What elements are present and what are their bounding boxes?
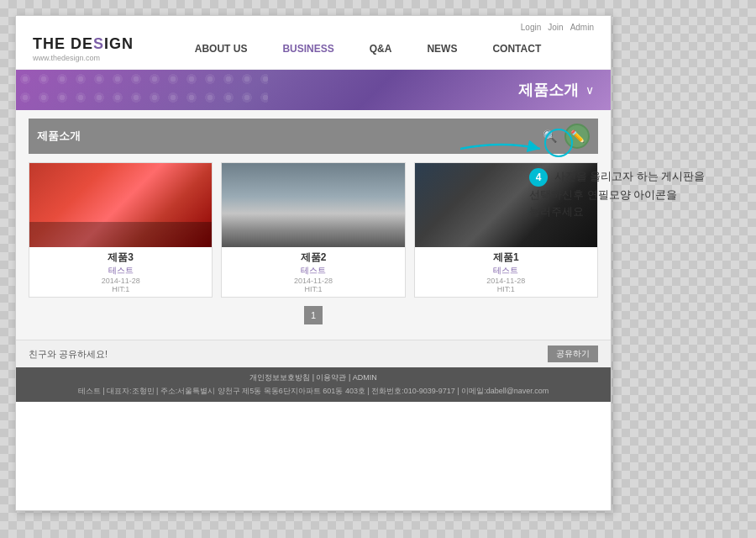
nav-news[interactable]: NEWS <box>422 40 462 58</box>
product-info-2: 제품2 테스트 2014-11-28 HIT:1 <box>222 247 404 297</box>
banner-arrow: ∨ <box>585 83 594 97</box>
product-name-2: 제품2 <box>227 251 399 265</box>
nav-about[interactable]: ABOUT US <box>190 40 253 58</box>
product-info-1: 제품1 테스트 2014-11-28 HIT:1 <box>415 247 597 297</box>
browser-window: Login Join Admin THE DESIGN www.thedesig… <box>15 15 612 511</box>
login-link[interactable]: Login <box>521 23 541 32</box>
search-bar-label: 제품소개 <box>37 129 81 144</box>
nav-business[interactable]: BUSINESS <box>277 40 339 58</box>
social-bar: 친구와 공유하세요! 공유하기 <box>16 340 611 367</box>
search-bar: 제품소개 🔍 ✏️ <box>29 119 598 154</box>
pagination: 1 <box>29 306 598 324</box>
content-area: 제품소개 🔍 ✏️ 제품3 테스트 2014-11-28 HIT:1 <box>16 110 611 340</box>
footer-links: 개인정보보호방침 | 이용약관 | ADMIN <box>33 372 594 383</box>
product-desc-1: 테스트 <box>420 265 592 277</box>
car-image-black <box>415 163 597 247</box>
site-logo: THE DESIGN www.thedesign.com <box>33 35 142 62</box>
banner: 제품소개 ∨ <box>16 70 611 110</box>
edit-icon-button[interactable]: ✏️ <box>564 124 590 149</box>
search-icon-button[interactable]: 🔍 <box>539 126 559 146</box>
banner-title: 제품소개 <box>518 80 579 100</box>
product-date-1: 2014-11-28 <box>420 277 592 285</box>
search-icons: 🔍 ✏️ <box>539 124 590 149</box>
site-header: Login Join Admin THE DESIGN www.thedesig… <box>16 16 611 70</box>
product-card-2[interactable]: 제품2 테스트 2014-11-28 HIT:1 <box>221 162 405 298</box>
social-text: 친구와 공유하세요! <box>29 348 108 361</box>
product-date-2: 2014-11-28 <box>227 277 399 285</box>
site-nav: ABOUT US BUSINESS Q&A NEWS CONTACT <box>142 40 594 58</box>
nav-qa[interactable]: Q&A <box>365 40 397 58</box>
product-card-3[interactable]: 제품3 테스트 2014-11-28 HIT:1 <box>29 162 213 298</box>
product-grid: 제품3 테스트 2014-11-28 HIT:1 제품2 테스트 2014-11… <box>29 162 598 298</box>
product-card-1[interactable]: 제품1 테스트 2014-11-28 HIT:1 <box>414 162 598 298</box>
product-name-1: 제품1 <box>420 251 592 265</box>
product-desc-3: 테스트 <box>34 265 207 277</box>
header-main: THE DESIGN www.thedesign.com ABOUT US BU… <box>33 35 594 69</box>
admin-link[interactable]: Admin <box>570 23 594 32</box>
logo-name: THE DESIGN <box>33 35 142 53</box>
product-image-3 <box>29 163 212 247</box>
product-info-3: 제품3 테스트 2014-11-28 HIT:1 <box>29 247 212 297</box>
product-hit-1: HIT:1 <box>420 285 592 293</box>
product-image-1 <box>415 163 597 247</box>
site-footer: 개인정보보호방침 | 이용약관 | ADMIN 테스트 | 대표자:조형민 | … <box>16 367 611 402</box>
product-desc-2: 테스트 <box>227 265 399 277</box>
nav-contact[interactable]: CONTACT <box>487 40 546 58</box>
join-link[interactable]: Join <box>548 23 563 32</box>
car-image-road <box>222 163 404 247</box>
header-top: Login Join Admin <box>33 23 594 32</box>
product-date-3: 2014-11-28 <box>34 277 207 285</box>
car-image-red <box>29 163 212 247</box>
share-button[interactable]: 공유하기 <box>548 345 598 362</box>
product-name-3: 제품3 <box>34 251 207 265</box>
page-1-button[interactable]: 1 <box>304 306 323 324</box>
footer-info: 테스트 | 대표자:조형민 | 주소:서울특별시 양천구 제5동 목동6단지아파… <box>33 386 594 397</box>
product-image-2 <box>222 163 404 247</box>
product-hit-2: HIT:1 <box>227 285 399 293</box>
product-hit-3: HIT:1 <box>34 285 207 293</box>
logo-sub: www.thedesign.com <box>33 54 142 62</box>
